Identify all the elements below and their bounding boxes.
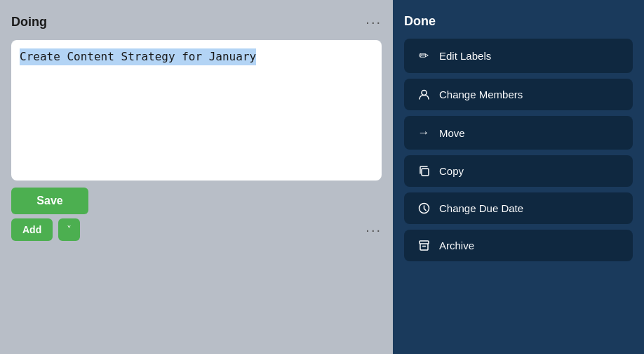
doing-column: Doing ··· Create Content Strategy for Ja…	[0, 0, 393, 354]
card-actions: Save	[11, 188, 382, 214]
done-column: Done ✏ Edit Labels Change Members → Move	[393, 0, 644, 354]
change-due-date-label: Change Due Date	[439, 202, 523, 214]
menu-item-move[interactable]: → Move	[404, 116, 633, 150]
svg-rect-1	[422, 169, 429, 176]
menu-item-change-due-date[interactable]: Change Due Date	[404, 192, 633, 224]
archive-label: Archive	[439, 240, 474, 251]
bottom-menu-dots[interactable]: ···	[365, 222, 382, 238]
svg-rect-3	[420, 241, 429, 244]
bottom-row: Add ˅ ···	[11, 218, 382, 241]
move-label: Move	[439, 127, 465, 139]
done-title: Done	[404, 14, 436, 29]
menu-item-change-members[interactable]: Change Members	[404, 79, 633, 110]
column-menu-dots[interactable]: ···	[365, 14, 382, 30]
change-members-icon	[417, 88, 431, 100]
card-title-input[interactable]: Create Content Strategy for January	[20, 48, 373, 147]
edit-labels-icon: ✏	[417, 48, 431, 63]
svg-point-0	[422, 91, 427, 96]
save-button[interactable]: Save	[11, 188, 88, 214]
menu-item-edit-labels[interactable]: ✏ Edit Labels	[404, 39, 633, 73]
menu-item-copy[interactable]: Copy	[404, 155, 633, 187]
card-edit-container: Create Content Strategy for January	[11, 40, 382, 181]
add-button[interactable]: Add	[11, 218, 53, 241]
chevron-button[interactable]: ˅	[58, 218, 80, 241]
copy-label: Copy	[439, 165, 464, 177]
menu-item-archive[interactable]: Archive	[404, 230, 633, 261]
copy-icon	[417, 165, 431, 177]
context-menu: ✏ Edit Labels Change Members → Move	[404, 39, 633, 261]
edit-labels-label: Edit Labels	[439, 50, 491, 62]
archive-icon	[417, 240, 431, 251]
change-due-date-icon	[417, 202, 431, 214]
move-icon: →	[417, 126, 431, 140]
change-members-label: Change Members	[439, 88, 523, 100]
column-title: Doing	[11, 15, 47, 29]
done-header: Done	[404, 14, 633, 29]
column-header: Doing ···	[11, 14, 382, 30]
